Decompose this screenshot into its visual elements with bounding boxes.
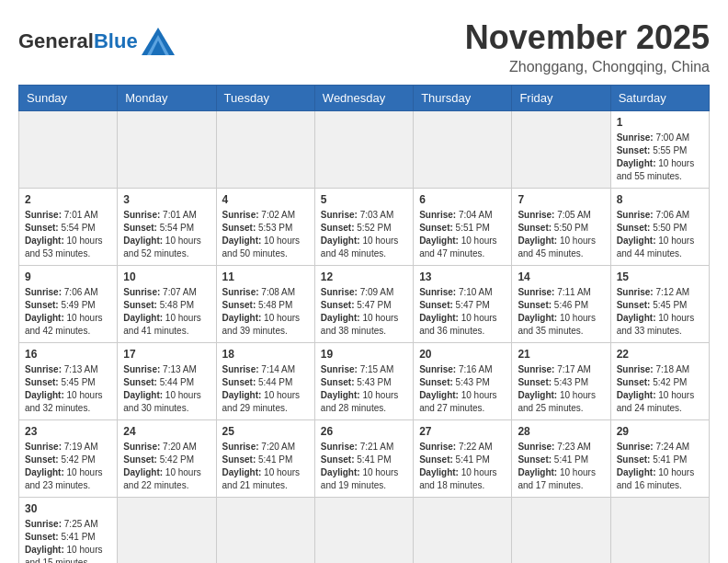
page-container: GeneralBlue November 2025 Zhonggang, Cho… [18, 18, 710, 563]
title-area: November 2025 Zhonggang, Chongqing, Chin… [465, 18, 710, 75]
calendar-cell: 17Sunrise: 7:13 AMSunset: 5:44 PMDayligh… [118, 343, 216, 420]
calendar-cell: 9Sunrise: 7:06 AMSunset: 5:49 PMDaylight… [19, 266, 118, 343]
day-number: 12 [321, 270, 407, 283]
calendar-cell [118, 498, 216, 564]
header: GeneralBlue November 2025 Zhonggang, Cho… [18, 18, 710, 75]
calendar-cell: 18Sunrise: 7:14 AMSunset: 5:44 PMDayligh… [216, 343, 314, 420]
day-number: 22 [617, 348, 703, 361]
logo: GeneralBlue [18, 28, 175, 55]
day-number: 25 [222, 425, 309, 438]
calendar-cell: 11Sunrise: 7:08 AMSunset: 5:48 PMDayligh… [216, 266, 314, 343]
calendar-title: November 2025 [465, 18, 710, 57]
day-number: 28 [518, 425, 604, 438]
day-info: Sunrise: 7:08 AMSunset: 5:48 PMDaylight:… [222, 286, 309, 338]
day-number: 10 [123, 270, 210, 283]
day-number: 16 [25, 348, 111, 361]
day-number: 27 [419, 425, 506, 438]
day-info: Sunrise: 7:01 AMSunset: 5:54 PMDaylight:… [123, 209, 210, 260]
weekday-header-sunday: Sunday [19, 86, 118, 111]
calendar-cell: 6Sunrise: 7:04 AMSunset: 5:51 PMDaylight… [414, 189, 512, 266]
logo-blue: Blue [94, 31, 138, 52]
day-number: 19 [321, 348, 407, 361]
day-number: 2 [25, 193, 111, 206]
weekday-header-thursday: Thursday [414, 86, 512, 111]
day-info: Sunrise: 7:19 AMSunset: 5:42 PMDaylight:… [25, 441, 111, 492]
calendar-cell: 16Sunrise: 7:13 AMSunset: 5:45 PMDayligh… [19, 343, 118, 420]
day-number: 13 [419, 270, 506, 283]
day-number: 30 [25, 502, 111, 515]
day-info: Sunrise: 7:23 AMSunset: 5:41 PMDaylight:… [518, 441, 604, 492]
day-info: Sunrise: 7:14 AMSunset: 5:44 PMDaylight:… [222, 363, 309, 415]
day-info: Sunrise: 7:05 AMSunset: 5:50 PMDaylight:… [518, 209, 604, 260]
calendar-cell: 3Sunrise: 7:01 AMSunset: 5:54 PMDaylight… [118, 189, 216, 266]
day-info: Sunrise: 7:15 AMSunset: 5:43 PMDaylight:… [321, 363, 407, 415]
calendar-cell: 7Sunrise: 7:05 AMSunset: 5:50 PMDaylight… [512, 189, 610, 266]
calendar-cell [314, 498, 413, 564]
calendar-cell: 30Sunrise: 7:25 AMSunset: 5:41 PMDayligh… [19, 498, 118, 564]
week-row-2: 2Sunrise: 7:01 AMSunset: 5:54 PMDaylight… [19, 189, 710, 266]
calendar-table: SundayMondayTuesdayWednesdayThursdayFrid… [18, 85, 710, 563]
day-info: Sunrise: 7:04 AMSunset: 5:51 PMDaylight:… [419, 209, 506, 260]
calendar-cell: 22Sunrise: 7:18 AMSunset: 5:42 PMDayligh… [610, 343, 709, 420]
calendar-cell: 14Sunrise: 7:11 AMSunset: 5:46 PMDayligh… [512, 266, 610, 343]
calendar-cell [19, 111, 118, 189]
day-number: 17 [123, 348, 210, 361]
day-info: Sunrise: 7:17 AMSunset: 5:43 PMDaylight:… [518, 363, 604, 415]
weekday-header-friday: Friday [512, 86, 610, 111]
weekday-header-row: SundayMondayTuesdayWednesdayThursdayFrid… [19, 86, 710, 111]
calendar-cell: 19Sunrise: 7:15 AMSunset: 5:43 PMDayligh… [314, 343, 413, 420]
calendar-cell: 10Sunrise: 7:07 AMSunset: 5:48 PMDayligh… [118, 266, 216, 343]
week-row-3: 9Sunrise: 7:06 AMSunset: 5:49 PMDaylight… [19, 266, 710, 343]
day-number: 18 [222, 348, 309, 361]
day-number: 7 [518, 193, 604, 206]
calendar-cell: 23Sunrise: 7:19 AMSunset: 5:42 PMDayligh… [19, 420, 118, 498]
day-info: Sunrise: 7:03 AMSunset: 5:52 PMDaylight:… [321, 209, 407, 260]
calendar-cell: 29Sunrise: 7:24 AMSunset: 5:41 PMDayligh… [610, 420, 709, 498]
day-info: Sunrise: 7:13 AMSunset: 5:45 PMDaylight:… [25, 363, 111, 415]
day-number: 29 [617, 425, 703, 438]
calendar-cell: 25Sunrise: 7:20 AMSunset: 5:41 PMDayligh… [216, 420, 314, 498]
week-row-5: 23Sunrise: 7:19 AMSunset: 5:42 PMDayligh… [19, 420, 710, 498]
calendar-cell [512, 111, 610, 189]
day-number: 15 [617, 270, 703, 283]
day-info: Sunrise: 7:25 AMSunset: 5:41 PMDaylight:… [25, 518, 111, 563]
calendar-subtitle: Zhonggang, Chongqing, China [465, 59, 710, 75]
day-info: Sunrise: 7:11 AMSunset: 5:46 PMDaylight:… [518, 286, 604, 338]
calendar-cell: 2Sunrise: 7:01 AMSunset: 5:54 PMDaylight… [19, 189, 118, 266]
calendar-cell [118, 111, 216, 189]
calendar-cell [414, 498, 512, 564]
day-number: 6 [419, 193, 506, 206]
day-number: 8 [617, 193, 703, 206]
day-number: 26 [321, 425, 407, 438]
calendar-cell [512, 498, 610, 564]
day-info: Sunrise: 7:20 AMSunset: 5:42 PMDaylight:… [123, 441, 210, 492]
calendar-cell: 13Sunrise: 7:10 AMSunset: 5:47 PMDayligh… [414, 266, 512, 343]
calendar-cell: 5Sunrise: 7:03 AMSunset: 5:52 PMDaylight… [314, 189, 413, 266]
calendar-cell: 28Sunrise: 7:23 AMSunset: 5:41 PMDayligh… [512, 420, 610, 498]
calendar-cell: 24Sunrise: 7:20 AMSunset: 5:42 PMDayligh… [118, 420, 216, 498]
day-number: 14 [518, 270, 604, 283]
week-row-4: 16Sunrise: 7:13 AMSunset: 5:45 PMDayligh… [19, 343, 710, 420]
week-row-6: 30Sunrise: 7:25 AMSunset: 5:41 PMDayligh… [19, 498, 710, 564]
day-number: 1 [617, 116, 703, 129]
day-info: Sunrise: 7:10 AMSunset: 5:47 PMDaylight:… [419, 286, 506, 338]
day-info: Sunrise: 7:16 AMSunset: 5:43 PMDaylight:… [419, 363, 506, 415]
calendar-cell: 15Sunrise: 7:12 AMSunset: 5:45 PMDayligh… [610, 266, 709, 343]
day-info: Sunrise: 7:00 AMSunset: 5:55 PMDaylight:… [617, 132, 703, 183]
day-number: 4 [222, 193, 309, 206]
day-number: 3 [123, 193, 210, 206]
day-info: Sunrise: 7:24 AMSunset: 5:41 PMDaylight:… [617, 441, 703, 492]
logo-general: General [18, 31, 94, 52]
weekday-header-saturday: Saturday [610, 86, 709, 111]
day-info: Sunrise: 7:22 AMSunset: 5:41 PMDaylight:… [419, 441, 506, 492]
day-number: 11 [222, 270, 309, 283]
calendar-cell [610, 498, 709, 564]
day-info: Sunrise: 7:20 AMSunset: 5:41 PMDaylight:… [222, 441, 309, 492]
weekday-header-wednesday: Wednesday [314, 86, 413, 111]
logo-area: GeneralBlue [18, 18, 175, 55]
day-info: Sunrise: 7:01 AMSunset: 5:54 PMDaylight:… [25, 209, 111, 260]
day-info: Sunrise: 7:21 AMSunset: 5:41 PMDaylight:… [321, 441, 407, 492]
calendar-cell: 27Sunrise: 7:22 AMSunset: 5:41 PMDayligh… [414, 420, 512, 498]
day-number: 21 [518, 348, 604, 361]
calendar-cell: 20Sunrise: 7:16 AMSunset: 5:43 PMDayligh… [414, 343, 512, 420]
